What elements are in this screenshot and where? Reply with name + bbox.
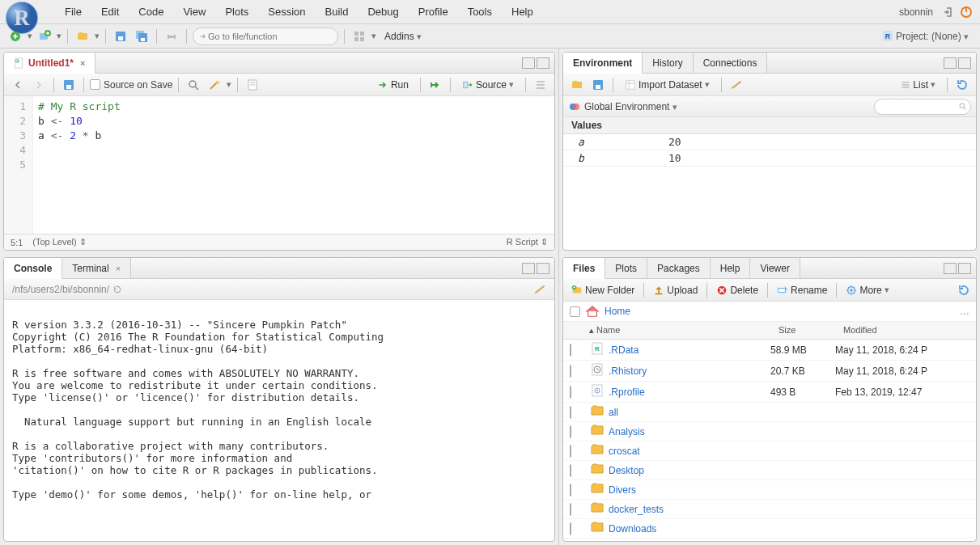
file-type-selector[interactable]: R Script ⇕ [507, 237, 548, 247]
path-more-icon[interactable]: … [960, 306, 969, 317]
file-checkbox[interactable] [570, 522, 571, 535]
source-on-save-checkbox[interactable] [90, 79, 100, 90]
new-folder-button[interactable]: New Folder [566, 283, 639, 298]
menu-session[interactable]: Session [258, 2, 315, 21]
console-tab[interactable]: Console [4, 258, 62, 279]
file-row[interactable]: .Rhistory 20.7 KB May 11, 2018, 6:24 P [563, 361, 976, 382]
menu-plots[interactable]: Plots [215, 2, 258, 21]
menu-edit[interactable]: Edit [91, 2, 129, 21]
delete-button[interactable]: Delete [711, 283, 763, 298]
save-all-icon[interactable] [133, 27, 151, 45]
minimize-pane-icon[interactable] [522, 263, 535, 274]
goto-input[interactable] [208, 32, 321, 41]
maximize-pane-icon[interactable] [537, 263, 549, 274]
home-icon[interactable] [585, 305, 600, 318]
file-name[interactable]: Downloads [609, 523, 656, 534]
file-row[interactable]: Divers [563, 480, 976, 500]
new-file-icon[interactable] [6, 27, 24, 45]
refresh-files-icon[interactable] [955, 281, 973, 299]
source-tab[interactable]: R Untitled1* × [4, 53, 95, 74]
file-checkbox[interactable] [570, 406, 571, 419]
file-row[interactable]: R.RData 58.9 MB May 11, 2018, 6:24 P [563, 340, 976, 361]
maximize-pane-icon[interactable] [537, 57, 549, 69]
forward-icon[interactable] [30, 76, 48, 94]
report-icon[interactable] [244, 76, 261, 94]
refresh-env-icon[interactable] [953, 76, 971, 94]
connections-tab[interactable]: Connections [694, 53, 768, 73]
file-checkbox[interactable] [570, 425, 571, 438]
minimize-pane-icon[interactable] [944, 57, 957, 69]
file-row[interactable]: Downloads [563, 519, 976, 539]
file-checkbox[interactable] [570, 386, 571, 399]
wand-icon[interactable] [206, 76, 223, 94]
load-workspace-icon[interactable] [568, 76, 586, 94]
file-name[interactable]: Analysis [609, 426, 645, 437]
file-checkbox[interactable] [570, 365, 571, 378]
signout-icon[interactable] [940, 3, 957, 21]
menu-view[interactable]: View [173, 2, 215, 21]
goto-file-function[interactable] [193, 27, 338, 45]
rename-button[interactable]: Rename [772, 283, 832, 298]
menu-help[interactable]: Help [502, 2, 543, 21]
project-menu[interactable]: R Project: (None) ▾ [877, 28, 974, 44]
minimize-pane-icon[interactable] [944, 263, 957, 274]
file-name[interactable]: Divers [609, 484, 636, 496]
file-name[interactable]: all [609, 407, 618, 418]
grid-icon[interactable] [350, 27, 368, 45]
code-editor[interactable]: 12345 # My R scriptb <- 10a <- 2 * b [4, 96, 554, 234]
view-mode-list[interactable]: List ▾ [895, 77, 941, 93]
menu-debug[interactable]: Debug [358, 2, 408, 21]
plots-tab[interactable]: Plots [605, 258, 647, 278]
file-checkbox[interactable] [570, 445, 571, 458]
col-name[interactable]: ▴ Name [584, 322, 774, 339]
env-row[interactable]: a20 [563, 134, 976, 150]
file-row[interactable]: Desktop [563, 461, 976, 480]
minimize-pane-icon[interactable] [522, 57, 535, 69]
upload-button[interactable]: Upload [648, 283, 702, 298]
console-output[interactable]: R version 3.3.2 (2016-10-31) -- "Sincere… [4, 300, 554, 541]
file-row[interactable]: Analysis [563, 422, 976, 441]
run-button[interactable]: Run [371, 77, 414, 93]
clear-env-icon[interactable] [728, 76, 745, 94]
clear-console-icon[interactable] [533, 283, 546, 296]
print-icon[interactable] [163, 27, 180, 45]
env-search-input[interactable] [874, 99, 971, 115]
help-tab[interactable]: Help [711, 258, 751, 278]
save-icon[interactable] [60, 76, 78, 94]
outline-icon[interactable] [532, 76, 549, 94]
file-row[interactable]: docker_tests [563, 500, 976, 519]
environment-tab[interactable]: Environment [563, 53, 643, 74]
open-file-icon[interactable] [74, 27, 91, 45]
more-button[interactable]: More ▾ [841, 283, 893, 298]
close-tab-icon[interactable]: × [80, 58, 85, 68]
file-name[interactable]: .Rprofile [609, 387, 645, 398]
save-workspace-icon[interactable] [589, 76, 607, 94]
viewer-tab[interactable]: Viewer [750, 258, 800, 278]
menu-profile[interactable]: Profile [409, 2, 458, 21]
file-row[interactable]: croscat [563, 441, 976, 461]
power-icon[interactable] [957, 3, 975, 21]
file-name[interactable]: .RData [609, 344, 638, 356]
maximize-pane-icon[interactable] [958, 263, 971, 274]
new-project-icon[interactable] [36, 27, 53, 45]
file-name[interactable]: docker_tests [609, 504, 664, 515]
maximize-pane-icon[interactable] [958, 57, 971, 69]
env-row[interactable]: b10 [563, 150, 976, 167]
file-name[interactable]: .Rhistory [609, 365, 647, 377]
col-modified[interactable]: Modified [838, 322, 976, 339]
menu-build[interactable]: Build [316, 2, 358, 21]
find-icon[interactable] [185, 76, 202, 94]
file-row[interactable]: github_reps [563, 539, 976, 541]
import-dataset-button[interactable]: Import Dataset ▾ [619, 77, 715, 93]
select-all-checkbox[interactable] [570, 306, 580, 317]
file-checkbox[interactable] [570, 484, 571, 496]
file-row[interactable]: all [563, 403, 976, 422]
addins-menu[interactable]: Addins ▾ [380, 29, 426, 44]
menu-tools[interactable]: Tools [458, 2, 502, 21]
file-name[interactable]: croscat [609, 446, 640, 457]
source-button[interactable]: Source ▾ [456, 77, 520, 93]
scope-selector[interactable]: (Top Level) ⇕ [32, 237, 86, 247]
terminal-tab[interactable]: Terminal× [62, 258, 131, 278]
history-tab[interactable]: History [643, 53, 693, 73]
file-checkbox[interactable] [570, 464, 571, 477]
